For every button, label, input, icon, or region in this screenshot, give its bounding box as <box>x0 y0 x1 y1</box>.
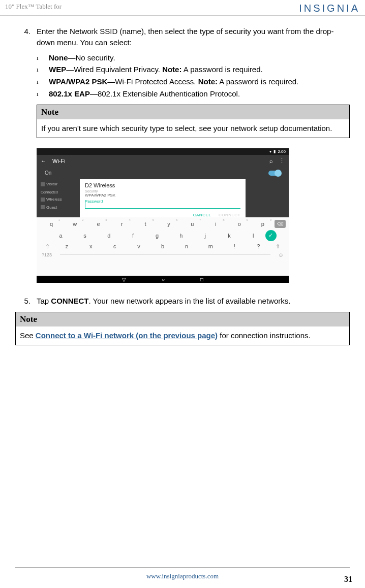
step-number: 5. <box>15 296 37 307</box>
note-text: A password is required. <box>218 77 298 86</box>
page-number: 31 <box>344 575 352 584</box>
wifi-on-row: On <box>37 167 289 179</box>
step-text: Tap CONNECT. Your new network appears in… <box>37 296 350 307</box>
key[interactable]: h <box>169 233 193 239</box>
shift-key[interactable]: ⇧ <box>270 243 286 250</box>
wifi-network-list: Visitor Connected Wireless Guest <box>37 179 80 217</box>
topbar-title: Wi-Fi <box>52 158 66 164</box>
wifi-icon: ▾ <box>269 149 271 154</box>
network-name[interactable]: Visitor <box>46 182 57 186</box>
note-body: See Connect to a Wi-Fi network (on the p… <box>16 326 349 345</box>
key[interactable]: j <box>193 233 217 239</box>
key[interactable]: a <box>49 233 73 239</box>
password-input[interactable] <box>85 204 240 209</box>
key[interactable]: 6y <box>157 221 180 227</box>
wifi-connect-dialog: D2 Wireless Security WPA/WPA2 PSK Passwo… <box>80 179 289 217</box>
note-label: Note: <box>162 65 181 74</box>
option-name: WEP <box>49 65 66 74</box>
key[interactable]: 4r <box>110 221 134 227</box>
lock-icon <box>41 182 45 186</box>
lock-icon <box>41 205 45 209</box>
key[interactable]: 1q <box>40 221 63 227</box>
note-body: If you aren't sure which security type t… <box>37 119 349 138</box>
key[interactable]: 5t <box>134 221 157 227</box>
key[interactable]: f <box>121 233 145 239</box>
note-box-2: Note See Connect to a Wi-Fi network (on … <box>15 312 350 345</box>
back-icon[interactable]: ← <box>41 158 46 164</box>
numeric-key[interactable]: ?123 <box>40 252 60 257</box>
key[interactable]: ! <box>223 243 247 249</box>
key[interactable]: c <box>103 243 127 249</box>
option-desc: —Wi-Fi Protected Access. <box>107 77 198 86</box>
keyboard-row-1: 1q 2w 3e 4r 5t 6y 7u 8i 9o 0p ⌫ <box>40 220 286 228</box>
enter-key[interactable]: ✓ <box>265 230 277 241</box>
nav-back-icon[interactable]: ▽ <box>122 277 126 282</box>
list-item: ı WEP—Wired Equivalent Privacy. Note: A … <box>37 64 350 75</box>
android-screenshot: ▾ ▮ 2:00 ← Wi-Fi ⌕ ⋮ On Visitor Connecte… <box>37 148 289 283</box>
page-footer: www.insigniaproducts.com <box>0 567 365 580</box>
key[interactable]: z <box>55 243 79 249</box>
brand-logo: INSIGNIA <box>299 3 360 14</box>
option-desc: —No security. <box>68 53 115 62</box>
key[interactable]: v <box>127 243 150 249</box>
option-desc: —Wired Equivalent Privacy. <box>66 65 162 74</box>
option-name: 802.1x EAP <box>49 89 90 98</box>
bullet-icon: ı <box>37 64 49 75</box>
cancel-button[interactable]: CANCEL <box>193 213 211 217</box>
network-name[interactable]: Wireless <box>46 197 62 202</box>
password-label: Password <box>85 199 240 204</box>
key[interactable]: 2w <box>63 221 86 227</box>
wifi-topbar: ← Wi-Fi ⌕ ⋮ <box>37 155 289 167</box>
key[interactable]: 8i <box>204 221 227 227</box>
note-header: Note <box>16 312 349 326</box>
network-status: Connected <box>41 189 76 195</box>
page-header: 10" Flex™ Tablet for INSIGNIA <box>0 0 365 16</box>
cross-reference-link[interactable]: Connect to a Wi-Fi network (on the previ… <box>36 331 218 340</box>
list-item: ı WPA/WPA2 PSK—Wi-Fi Protected Access. N… <box>37 76 350 87</box>
option-name: None <box>49 53 68 62</box>
key[interactable]: k <box>217 233 241 239</box>
backspace-key[interactable]: ⌫ <box>275 220 286 228</box>
note-label: Note: <box>198 77 218 86</box>
security-options-list: ı None—No security. ı WEP—Wired Equivale… <box>37 52 350 100</box>
keyboard-row-2: a s d f g h j k l ✓ <box>40 230 286 241</box>
key[interactable]: 7u <box>180 221 204 227</box>
header-left-text: 10" Flex™ Tablet for <box>5 3 62 11</box>
key[interactable]: g <box>145 233 169 239</box>
wifi-toggle[interactable] <box>268 171 281 176</box>
key[interactable]: s <box>73 233 97 239</box>
spacebar-key[interactable] <box>60 254 270 255</box>
key[interactable]: m <box>199 243 223 249</box>
on-screen-keyboard: 1q 2w 3e 4r 5t 6y 7u 8i 9o 0p ⌫ a s d f <box>37 217 289 276</box>
option-desc: —802.1x Extensible Authentication Protoc… <box>90 89 240 98</box>
bullet-icon: ı <box>37 52 49 63</box>
search-icon[interactable]: ⌕ <box>269 158 273 164</box>
on-label: On <box>45 170 51 176</box>
nav-recent-icon[interactable]: □ <box>200 277 203 282</box>
key[interactable]: 3e <box>86 221 110 227</box>
footer-url[interactable]: www.insigniaproducts.com <box>146 572 219 580</box>
key[interactable]: x <box>79 243 103 249</box>
status-time: 2:00 <box>278 149 286 154</box>
nav-home-icon[interactable]: ○ <box>162 277 165 282</box>
key[interactable]: 0p <box>251 221 275 227</box>
option-name: WPA/WPA2 PSK <box>49 77 107 86</box>
status-bar: ▾ ▮ 2:00 <box>37 148 289 155</box>
key[interactable]: ? <box>247 243 270 249</box>
key[interactable]: d <box>97 233 121 239</box>
step-4: 4. Enter the Network SSID (name), then s… <box>15 26 350 48</box>
network-name[interactable]: Guest <box>46 205 57 210</box>
key[interactable]: 9o <box>228 221 251 227</box>
emoji-key[interactable]: ☺ <box>270 252 286 258</box>
security-value: WPA/WPA2 PSK <box>85 193 240 198</box>
shift-key[interactable]: ⇧ <box>40 243 55 250</box>
connect-button[interactable]: CONNECT <box>219 213 240 217</box>
bullet-icon: ı <box>37 76 49 87</box>
keyboard-row-3: ⇧ z x c v b n m ! ? ⇧ <box>40 243 286 250</box>
key[interactable]: n <box>175 243 199 249</box>
key[interactable]: b <box>150 243 174 249</box>
key[interactable]: l <box>241 233 265 239</box>
list-item: ı 802.1x EAP—802.1x Extensible Authentic… <box>37 88 350 100</box>
menu-icon[interactable]: ⋮ <box>279 157 285 164</box>
android-navbar: ▽ ○ □ <box>37 276 289 283</box>
